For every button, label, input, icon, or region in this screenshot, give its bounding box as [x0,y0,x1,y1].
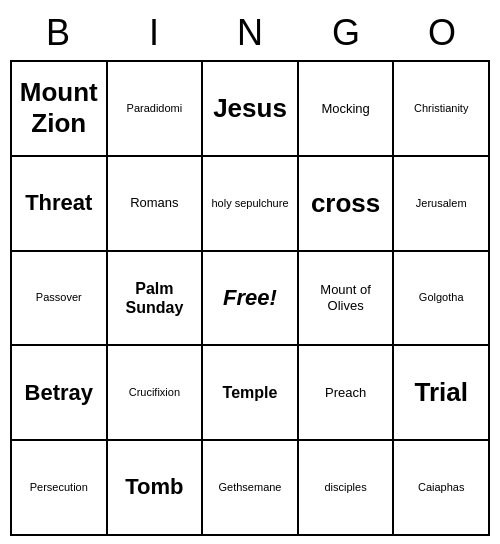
bingo-cell: Free! [202,251,298,346]
bingo-cell: Romans [107,156,203,251]
cell-label: Paradidomi [127,102,183,115]
cell-label: Gethsemane [219,481,282,494]
bingo-title: BINGO [10,8,490,60]
cell-label: Passover [36,291,82,304]
bingo-cell: Palm Sunday [107,251,203,346]
bingo-cell: cross [298,156,394,251]
bingo-cell: Tomb [107,440,203,535]
bingo-cell: Temple [202,345,298,440]
bingo-cell: Persecution [11,440,107,535]
bingo-cell: Betray [11,345,107,440]
bingo-cell: Passover [11,251,107,346]
bingo-cell: Jerusalem [393,156,489,251]
bingo-grid: Mount ZionParadidomiJesusMockingChristia… [10,60,490,536]
cell-label: disciples [325,481,367,494]
cell-label: holy sepulchure [211,197,288,210]
bingo-cell: Christianity [393,61,489,156]
bingo-letter-G: G [298,12,394,54]
cell-label: Tomb [125,474,183,500]
cell-label: Caiaphas [418,481,464,494]
bingo-letter-B: B [10,12,106,54]
bingo-letter-N: N [202,12,298,54]
cell-label: Trial [414,377,467,408]
cell-label: cross [311,188,380,219]
bingo-cell: disciples [298,440,394,535]
bingo-letter-I: I [106,12,202,54]
bingo-cell: Crucifixion [107,345,203,440]
bingo-cell: Threat [11,156,107,251]
bingo-cell: Paradidomi [107,61,203,156]
cell-label: Temple [223,383,278,402]
bingo-cell: Trial [393,345,489,440]
cell-label: Mocking [321,101,369,117]
bingo-cell: Jesus [202,61,298,156]
bingo-cell: Mount of Olives [298,251,394,346]
bingo-cell: Preach [298,345,394,440]
cell-label: Crucifixion [129,386,180,399]
cell-label: Romans [130,195,178,211]
bingo-cell: Gethsemane [202,440,298,535]
cell-label: Persecution [30,481,88,494]
cell-label: Preach [325,385,366,401]
bingo-cell: Golgotha [393,251,489,346]
cell-label: Jerusalem [416,197,467,210]
cell-label: Jesus [213,93,287,124]
bingo-letter-O: O [394,12,490,54]
bingo-cell: Mocking [298,61,394,156]
cell-label: Mount of Olives [303,282,389,313]
cell-label: Betray [25,380,93,406]
cell-label: Free! [223,285,277,311]
bingo-cell: Mount Zion [11,61,107,156]
cell-label: Threat [25,190,92,216]
bingo-cell: Caiaphas [393,440,489,535]
cell-label: Mount Zion [16,77,102,139]
bingo-cell: holy sepulchure [202,156,298,251]
cell-label: Golgotha [419,291,464,304]
cell-label: Christianity [414,102,468,115]
cell-label: Palm Sunday [112,279,198,317]
